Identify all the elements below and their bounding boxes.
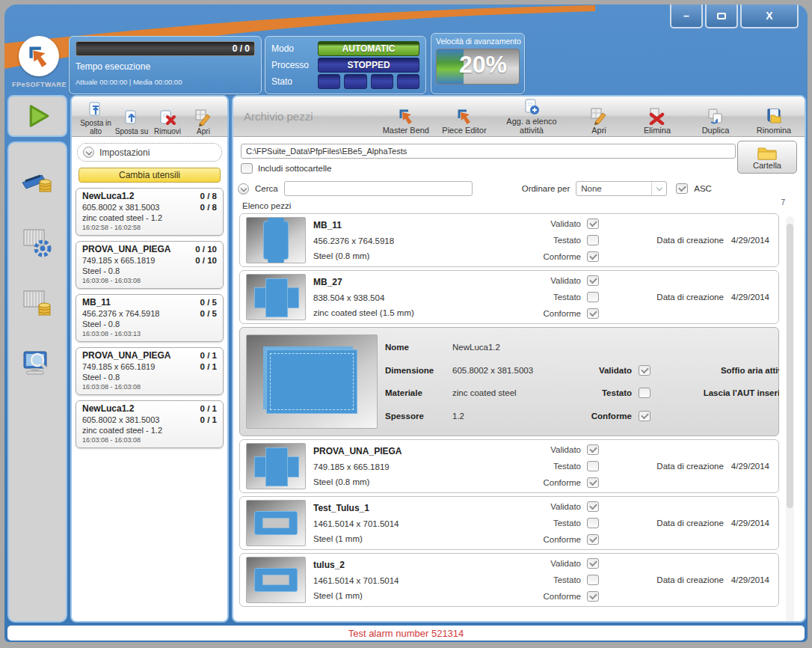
piece-name: MB_11 [313,220,479,230]
conforme-checkbox[interactable] [587,251,599,262]
button-label: Elimina [644,126,671,135]
conforme-checkbox[interactable] [639,411,650,421]
minimize-button[interactable]: – [670,4,703,28]
open-button[interactable]: Apri [185,108,221,135]
nome-label: Nome [385,343,452,352]
queue-item[interactable]: PROVA_UNA_PIEGA 749.185 x 665.1819 Steel… [76,347,224,395]
validato-checkbox[interactable] [587,275,599,286]
search-input[interactable] [284,181,473,196]
brand-name: FPeSOFTWARE [12,81,66,88]
duplicate-piece-button[interactable]: Duplica [692,107,739,135]
start-button[interactable] [7,95,67,137]
validato-label: Validato [550,502,581,511]
window-controls: – X [670,4,799,28]
testato-checkbox[interactable] [587,292,599,302]
validato-checkbox[interactable] [587,218,599,229]
queue-item[interactable]: NewLuca1.2 605.8002 x 381.5003 zinc coat… [76,400,224,448]
button-label: Rimuovi [154,127,181,135]
tempo-label: Tempo esecuzione [76,61,255,72]
chevron-down-icon[interactable] [238,183,249,195]
testato-checkbox[interactable] [587,575,599,585]
queue-item-dimensions: 605.8002 x 381.5003 [82,202,217,213]
piece-row[interactable]: MB_11 456.2376 x 764.5918 Steel (0.8 mm)… [239,213,779,267]
testato-checkbox[interactable] [587,235,599,245]
queue-item-name: PROVA_UNA_PIEGA [82,350,217,361]
testato-checkbox[interactable] [639,388,650,398]
piece-editor-button[interactable]: Piece Editor [441,107,487,135]
conforme-label: Conforme [544,592,582,601]
rename-piece-button[interactable]: Rinomina [751,107,797,135]
choose-folder-button[interactable]: Cartella [737,141,797,174]
queue-item-dimensions: 749.185 x 665.1819 [82,361,217,372]
queue-item[interactable]: NewLuca1.2 605.8002 x 381.5003 zinc coat… [76,188,224,236]
monitor-magnifier-icon [19,346,55,382]
testato-checkbox[interactable] [587,461,599,471]
sidebar [7,141,67,623]
dimensione-label: Dimensione [385,366,452,375]
queue-item-material: Steel - 0.8 [82,372,217,382]
speed-label: Velocità di avanzamento [436,37,520,46]
fp-logo-icon [455,107,474,125]
piece-thumbnail [246,443,306,489]
air-blow-label: Soffio aria attivo [674,366,779,375]
panel-title: Archivio pezzi [244,110,313,123]
queue-toolbar: Sposta in alto Sposta su [72,97,227,137]
move-up-button[interactable]: Sposta su [114,108,150,135]
open-piece-button[interactable]: Apri [576,107,622,135]
button-label: Duplica [702,126,730,135]
sidebar-item-piece-archive[interactable] [18,161,57,200]
change-tools-button[interactable]: Cambia utensili [79,168,221,183]
include-subfolders-checkbox[interactable] [241,163,253,174]
sort-by-select[interactable]: None [576,181,667,196]
delete-piece-button[interactable]: Elimina [634,107,680,135]
testato-label: Testato [578,388,632,397]
conforme-checkbox[interactable] [587,308,599,319]
queue-item[interactable]: MB_11 456.2376 x 764.5918 Steel - 0.8 16… [76,294,224,342]
conforme-checkbox[interactable] [587,591,599,602]
sidebar-item-diagnostics[interactable] [18,345,57,384]
creation-date-value: 4/29/2014 [731,236,769,245]
piece-detail-panel[interactable]: Nome NewLuca1.2 Dimensione 605.8002 x 38… [239,327,779,436]
piece-row[interactable]: MB_27 838.504 x 938.504 zinc coated stee… [239,270,779,324]
conforme-checkbox[interactable] [587,534,599,545]
creation-date-label: Data di creazione [656,519,724,528]
remove-button[interactable]: Rimuovi [150,108,185,135]
settings-expander[interactable]: Impostazioni [77,143,222,162]
dimensione-value: 605.8002 x 381.5003 [452,366,578,375]
alarm-text: Test alarm number 521314 [348,628,464,639]
queue-item[interactable]: PROVA_UNA_PIEGA 749.185 x 665.1819 Steel… [76,241,224,289]
add-to-task-list-button[interactable]: Agg. a elenco attività [499,98,564,135]
sidebar-item-tool-archive[interactable] [18,284,57,323]
piece-row[interactable]: tulus_2 1461.5014 x 701.5014 Steel (1 mm… [239,553,779,607]
validato-checkbox[interactable] [587,444,599,455]
feed-speed-panel: Velocità di avanzamento 20% [431,33,525,94]
folder-path-input[interactable] [241,144,736,159]
master-bend-button[interactable]: Master Bend [383,107,429,135]
piece-row[interactable]: Test_Tulus_1 1461.5014 x 701.5014 Steel … [239,496,779,550]
scrollbar-thumb[interactable] [787,224,793,508]
button-label: Piece Editor [442,126,486,135]
maximize-button[interactable] [705,4,738,28]
conforme-checkbox[interactable] [587,477,599,488]
piece-row[interactable]: PROVA_UNA_PIEGA 749.185 x 665.1819 Steel… [239,439,779,493]
validato-checkbox[interactable] [587,501,599,512]
piece-shape [266,349,357,414]
validato-checkbox[interactable] [587,558,599,569]
validato-checkbox[interactable] [639,365,650,376]
piece-dimensions: 1461.5014 x 701.5014 [313,576,479,585]
move-to-top-button[interactable]: Sposta in alto [78,100,114,135]
conforme-label: Conforme [578,412,632,421]
button-label: Sposta in alto [78,119,114,135]
sidebar-item-tool-setup[interactable] [18,222,57,261]
list-scrollbar[interactable] [786,216,794,623]
sort-by-value: None [581,184,602,193]
piece-thumbnail [246,334,378,429]
execution-progressbar: 0 / 0 [76,41,255,56]
asc-checkbox[interactable] [676,183,688,194]
testato-checkbox[interactable] [587,518,599,528]
piece-dimensions: 1461.5014 x 701.5014 [313,519,479,528]
close-button[interactable]: X [740,4,799,28]
creation-date-label: Data di creazione [656,293,724,302]
materiale-label: Materiale [385,388,452,397]
validato-label: Validato [578,366,632,375]
